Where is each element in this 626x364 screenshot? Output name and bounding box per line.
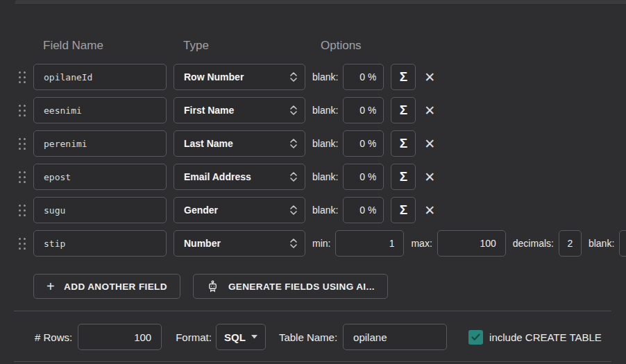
formula-sigma-button[interactable]: Σ [391,97,416,123]
add-another-field-label: ADD ANOTHER FIELD [64,281,167,292]
type-select-value: Row Number [184,71,244,83]
rows-count-input[interactable] [78,324,162,350]
drag-handle-icon[interactable] [19,205,27,216]
formula-sigma-button[interactable]: Σ [391,164,416,190]
field-options: blank:Σ✕ [305,130,435,157]
field-name-input[interactable] [33,230,167,257]
robot-icon [206,280,219,293]
formula-sigma-button[interactable]: Σ [391,197,416,223]
type-select[interactable]: Row Number [174,64,305,90]
format-select-value: SQL [224,331,246,343]
field-options: blank:Σ✕ [305,164,435,190]
option-input-blank[interactable] [343,130,384,157]
unfold-chevron-icon [289,204,298,216]
field-rows-list: Row Number blank:Σ✕ First Name blank:Σ✕ [19,64,626,263]
option-input-blank[interactable] [343,164,384,190]
unfold-chevron-icon [289,71,298,83]
unfold-chevron-icon [289,171,298,183]
option-label-blank_tail: blank: [589,238,614,249]
option-input-blank_tail[interactable] [619,230,626,257]
table-name-input[interactable] [343,324,447,350]
checkmark-icon [471,333,480,341]
field-name-input[interactable] [33,97,167,123]
include-create-table-label: include CREATE TABLE [489,331,602,343]
field-options: min:max:decimals:blank: [305,230,626,257]
field-row: First Name blank:Σ✕ [19,97,626,123]
field-name-input[interactable] [33,64,167,90]
remove-field-button[interactable]: ✕ [424,137,435,150]
field-row: Number min:max:decimals:blank: [19,230,626,257]
column-header-field-name: Field Name [43,39,103,53]
drag-handle-icon[interactable] [19,171,27,183]
option-label-blank: blank: [312,71,338,83]
drag-handle-icon[interactable] [19,138,27,150]
option-label-blank: blank: [312,171,338,182]
option-input-decimals[interactable] [559,230,582,257]
field-row: Gender blank:Σ✕ [19,197,626,223]
plus-icon: + [46,279,55,295]
type-select[interactable]: Gender [174,197,305,223]
schema-editor-page: { "page": { "background": "#2e2e30", "ac… [0,0,626,364]
drag-handle-icon[interactable] [19,238,27,250]
field-options: blank:Σ✕ [305,97,435,123]
remove-field-button[interactable]: ✕ [424,104,435,117]
option-input-blank[interactable] [343,64,384,90]
option-input-blank[interactable] [343,197,384,223]
add-another-field-button[interactable]: + ADD ANOTHER FIELD [33,274,180,299]
option-input-min[interactable] [335,230,404,257]
unfold-chevron-icon [289,137,298,150]
field-row: Last Name blank:Σ✕ [19,130,626,157]
option-label-min: min: [312,238,330,249]
unfold-chevron-icon [289,104,298,116]
option-label-max: max: [411,238,432,249]
option-label-decimals: decimals: [513,238,554,249]
option-label-blank: blank: [312,205,338,216]
formula-sigma-button[interactable]: Σ [391,64,416,90]
type-select[interactable]: Email Address [174,164,305,190]
type-select[interactable]: First Name [174,97,305,123]
option-input-blank[interactable] [343,97,384,123]
table-name-label: Table Name: [279,331,337,343]
page-bottom-divider [14,361,611,362]
drag-handle-icon[interactable] [19,71,27,83]
generate-fields-ai-button[interactable]: GENERATE FIELDS USING AI... [193,274,388,299]
footer-bar: # Rows: Format: SQL Table Name: include … [35,324,602,350]
field-options: blank:Σ✕ [305,64,435,90]
option-label-blank: blank: [312,138,338,149]
field-name-input[interactable] [33,164,167,190]
column-header-options: Options [321,39,362,53]
field-name-input[interactable] [33,197,167,223]
remove-field-button[interactable]: ✕ [424,171,435,184]
unfold-chevron-icon [289,237,298,250]
field-name-input[interactable] [33,130,167,157]
include-create-table-checkbox[interactable] [468,330,483,345]
type-select-value: First Name [184,105,234,116]
type-select-value: Email Address [184,171,251,182]
column-header-type: Type [183,39,209,53]
format-select[interactable]: SQL [216,324,266,350]
type-select-value: Number [184,238,221,249]
generate-fields-ai-label: GENERATE FIELDS USING AI... [228,281,375,292]
type-select[interactable]: Number [174,230,305,257]
rows-label: # Rows: [35,331,72,343]
drag-handle-icon[interactable] [19,105,27,116]
option-label-blank: blank: [312,105,338,116]
clipped-panel-edge [15,0,626,5]
footer-top-divider [14,311,611,311]
type-select-value: Last Name [184,138,233,149]
field-options: blank:Σ✕ [305,197,435,223]
format-label: Format: [176,331,212,343]
type-select[interactable]: Last Name [174,130,305,157]
caret-down-icon [251,335,257,339]
remove-field-button[interactable]: ✕ [424,71,435,84]
option-input-max[interactable] [437,230,506,257]
type-select-value: Gender [184,205,218,216]
remove-field-button[interactable]: ✕ [424,204,435,217]
actions-row: + ADD ANOTHER FIELD GENERATE FIELDS USIN… [33,274,388,299]
field-row: Email Address blank:Σ✕ [19,164,626,190]
field-row: Row Number blank:Σ✕ [19,64,626,90]
formula-sigma-button[interactable]: Σ [391,130,416,157]
